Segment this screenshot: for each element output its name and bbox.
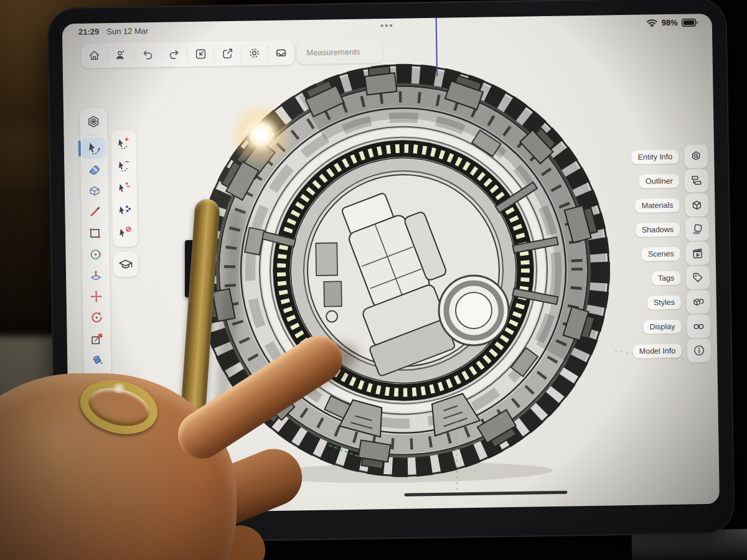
photo-vignette	[0, 0, 747, 560]
